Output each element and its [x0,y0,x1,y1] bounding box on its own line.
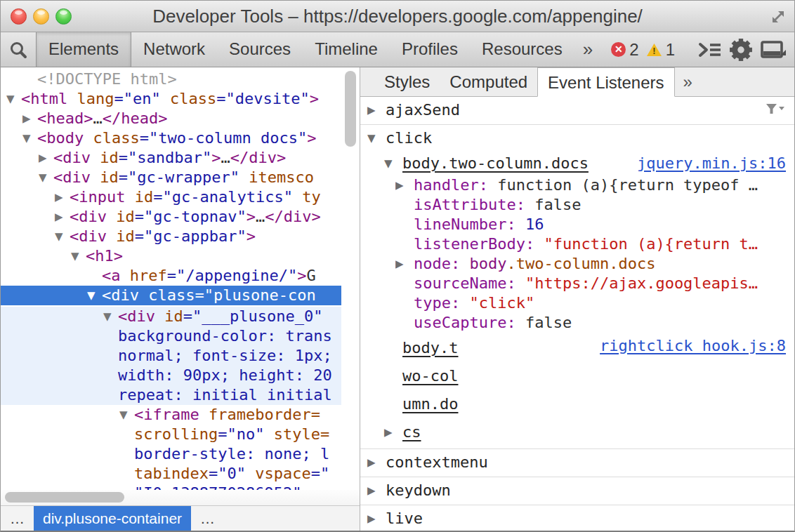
collapse-arrow-icon[interactable]: ▼ [384,152,402,175]
horizontal-scrollbar[interactable] [1,490,360,505]
toolbar-right-icons: ✕ 2 ! 1 [611,32,794,67]
dom-tree-row[interactable]: <!DOCTYPE html> [1,69,341,89]
source-link[interactable]: jquery.min.js:16 [637,152,786,175]
show-console-icon[interactable] [695,41,725,59]
event-section-header[interactable]: ▼click [360,126,794,150]
dom-code-segment: sr [311,484,330,490]
horizontal-scrollbar-thumb[interactable] [5,492,124,503]
sidebar-tab-styles[interactable]: Styles [374,67,440,96]
event-section-header[interactable]: ▶keydown [360,479,794,503]
dom-code-segment: ="sandbar" [119,149,211,166]
dom-code-segment: id [116,208,135,225]
expand-window-icon[interactable] [768,6,789,27]
dom-tree-row[interactable]: ▶<div id="gc-topnav">…</div> [1,207,341,227]
listener-property-row: sourceName: "https://ajax.googleapis… [395,274,794,293]
event-section-header[interactable]: ▶live [360,507,794,531]
dom-tree-row[interactable]: tabindex="0" vspace=" [1,464,341,484]
toolbar-tab-resources[interactable]: Resources [470,32,574,67]
breadcrumb-item[interactable]: … [191,506,224,531]
dom-tree-row[interactable]: ▼<div id="gc-appbar"> [1,227,341,246]
dom-tree-row[interactable]: repeat: initial initial [1,385,341,405]
collapse-arrow-icon[interactable]: ▼ [103,307,118,326]
collapse-arrow-icon[interactable]: ▼ [6,89,21,109]
expand-arrow-icon[interactable]: ▶ [22,109,37,128]
dom-code-segment: … [93,109,102,127]
property-value: false [534,196,581,213]
expand-arrow-icon[interactable]: ▶ [55,207,70,227]
filter-icon[interactable] [766,103,784,114]
property-value: "https://ajax.googleapis… [525,274,758,292]
dom-tree-row[interactable]: ▼<html lang="en" class="devsite"> [1,89,341,109]
dom-code-segment: "I0_1388770286952" [134,484,311,490]
dom-code-segment: class [170,90,216,107]
dom-tree-row[interactable]: ▶<head>…</head> [1,109,341,128]
dom-tree-row[interactable]: width: 90px; height: 20 [1,366,341,385]
property-name: lineNumber: [414,215,525,233]
toolbar-overflow-chevron[interactable]: » [574,32,601,67]
expand-arrow-icon[interactable]: ▶ [367,451,386,474]
sidebar-overflow-chevron[interactable]: » [675,67,701,96]
search-icon[interactable] [1,32,36,67]
sidebar-tab-computed[interactable]: Computed [440,67,537,96]
dom-code-segment: border-style: none; l [134,445,329,463]
expand-arrow-icon[interactable]: ▶ [39,148,53,168]
expand-arrow-icon[interactable]: ▶ [367,98,386,122]
breadcrumb-item[interactable]: div.plusone-container [34,506,191,531]
expand-arrow-icon[interactable]: ▶ [367,507,386,531]
dom-tree-row[interactable]: <a href="/appengine/">G [1,266,341,286]
dom-tree-row[interactable]: background-color: trans [1,326,341,346]
dock-side-icon[interactable] [756,41,787,58]
dom-tree-row[interactable]: scrolling="no" style= [1,425,341,444]
toolbar-tab-elements[interactable]: Elements [36,32,131,67]
collapse-arrow-icon[interactable]: ▼ [87,286,102,305]
source-link[interactable]: rightclick_hook.js:8 [600,334,786,358]
dom-code-segment: style= [274,425,329,443]
expand-arrow-icon[interactable]: ▶ [395,254,414,274]
dom-code-segment: > [307,129,316,147]
event-section-header[interactable]: ▶ajaxSend [360,98,794,122]
listener-property-row[interactable]: ▶handler: function (a){return typeof … [395,175,794,195]
toolbar-tab-network[interactable]: Network [131,32,217,67]
dom-tree-row[interactable]: ▼<h1> [1,246,341,266]
dom-code-segment: width: 90px; height: 20 [118,366,332,384]
sidebar-tab-event-listeners[interactable]: Event Listeners [537,67,674,97]
listener-node-selector[interactable]: body.two-column.docs [402,154,589,172]
expand-arrow-icon[interactable]: ▶ [395,175,414,195]
expand-arrow-icon[interactable]: ▶ [367,479,386,503]
dom-tree-row[interactable]: normal; font-size: 1px; [1,346,341,366]
dom-tree-row[interactable]: ▶<div id="sandbar">…</div> [1,148,341,168]
dom-code-segment: ="no" [218,425,273,443]
expand-arrow-icon[interactable]: ▶ [384,420,402,444]
expand-arrow-icon[interactable]: ▶ [55,187,70,207]
listener-node-selector[interactable]: body.two-column.docs [402,334,466,446]
dom-tree-row[interactable]: ▼<div id="___plusone_0" [1,307,341,326]
dom-tree-row[interactable]: ▼<div class="plusone-con [1,286,341,305]
dom-tree-row[interactable]: border-style: none; l [1,444,341,464]
listener-property-row[interactable]: ▶node: body.two-column.docs [395,254,794,274]
collapse-arrow-icon[interactable]: ▼ [39,168,53,187]
console-status-badges[interactable]: ✕ 2 ! 1 [611,40,682,60]
listener-list: jquery.min.js:16▼body.two-column.docs▶ha… [360,150,794,446]
toolbar-tab-profiles[interactable]: Profiles [390,32,470,67]
warning-count: 1 [666,40,675,60]
vertical-scrollbar[interactable] [345,71,356,147]
collapse-arrow-icon[interactable]: ▼ [367,126,386,150]
settings-gear-icon[interactable] [725,38,756,62]
toolbar-tab-timeline[interactable]: Timeline [303,32,390,67]
collapse-arrow-icon[interactable]: ▼ [119,405,134,425]
dom-tree-row[interactable]: ▼<div id="gc-wrapper" itemsco [1,168,341,187]
dom-code-segment: > [310,90,319,107]
listener-header[interactable]: rightclick_hook.js:8▶body.two-column.doc… [377,333,794,446]
collapse-arrow-icon[interactable]: ▼ [55,227,70,246]
event-section-header[interactable]: ▶contextmenu [360,451,794,474]
dom-tree-row[interactable]: "I0_1388770286952" sr [1,484,341,490]
collapse-arrow-icon[interactable]: ▼ [22,128,37,148]
collapse-arrow-icon[interactable]: ▼ [71,246,86,266]
dom-tree-row[interactable]: ▼<iframe frameborder= [1,405,341,425]
toolbar-tab-sources[interactable]: Sources [217,32,303,67]
dom-code-segment: ="gc-appbar" [135,227,247,245]
dom-tree-row[interactable]: ▼<body class="two-column docs"> [1,128,341,148]
breadcrumb-item[interactable]: … [1,506,34,531]
dom-tree-row[interactable]: ▶<input id="gc-analytics" ty [1,187,341,207]
listener-header[interactable]: jquery.min.js:16▼body.two-column.docs [377,150,794,175]
